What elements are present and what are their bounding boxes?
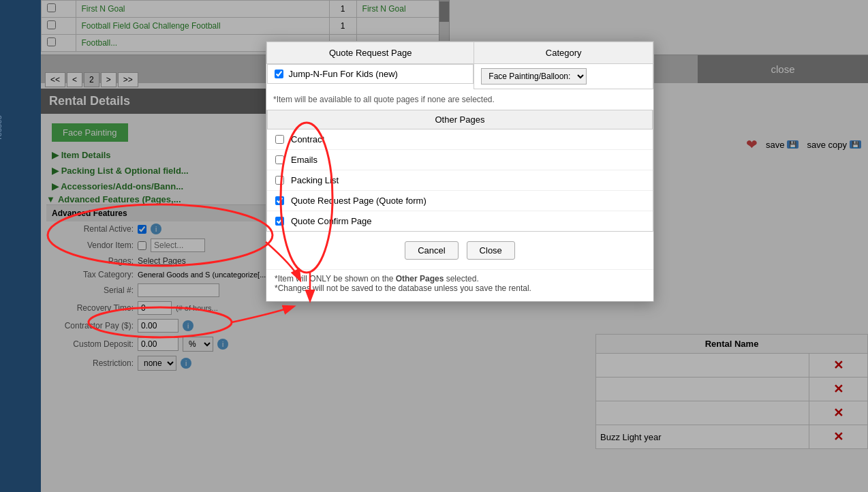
availability-note: *Item will be available to all quote pag… (266, 92, 653, 110)
packing-list-label: Packing List (291, 175, 339, 185)
emails-checkbox[interactable] (275, 155, 284, 164)
other-pages-row-quote-request: Quote Request Page (Quote form) (267, 191, 653, 211)
category-header: Category (474, 42, 653, 64)
item-label: Jump-N-Fun For Kids (new) (289, 69, 398, 79)
packing-list-checkbox[interactable] (275, 176, 284, 185)
other-pages-row-packing: Packing List (267, 170, 653, 191)
cancel-button[interactable]: Cancel (405, 241, 458, 260)
contract-label: Contract (291, 134, 324, 144)
quote-request-checkbox[interactable] (275, 196, 284, 205)
item-checkbox[interactable] (275, 70, 283, 78)
quote-confirm-label: Quote Confirm Page (291, 216, 372, 226)
dialog-close-button[interactable]: Close (467, 241, 515, 260)
other-pages-row-quote-confirm: Quote Confirm Page (267, 211, 653, 231)
pages-dialog: Quote Request Page Category Jump-N-Fun F… (266, 41, 654, 302)
other-pages-row-contract: Contract (267, 129, 653, 150)
footer-line3: *Changes will not be saved to the databa… (275, 283, 645, 293)
quote-request-page-header: Quote Request Page (267, 42, 474, 64)
dialog-header-table: Quote Request Page Category Jump-N-Fun F… (266, 42, 653, 89)
category-select[interactable]: Face Painting/Balloon: (481, 68, 587, 84)
contract-checkbox[interactable] (275, 135, 284, 144)
dialog-buttons-area: Cancel Close (266, 232, 653, 269)
dialog-footer: *Item will ONLY be shown on the Other Pa… (266, 269, 653, 301)
footer-line1: *Item will ONLY be shown on the Other Pa… (275, 274, 645, 283)
other-pages-header: Other Pages (267, 110, 653, 129)
other-pages-row-emails: Emails (267, 150, 653, 170)
other-pages-section: Other Pages Contract Emails Packing List… (266, 110, 653, 232)
item-row: Jump-N-Fun For Kids (new) (267, 64, 474, 84)
category-cell: Face Painting/Balloon: (474, 64, 653, 89)
emails-label: Emails (291, 155, 317, 165)
quote-request-label: Quote Request Page (Quote form) (291, 196, 427, 206)
quote-confirm-checkbox[interactable] (275, 217, 284, 226)
